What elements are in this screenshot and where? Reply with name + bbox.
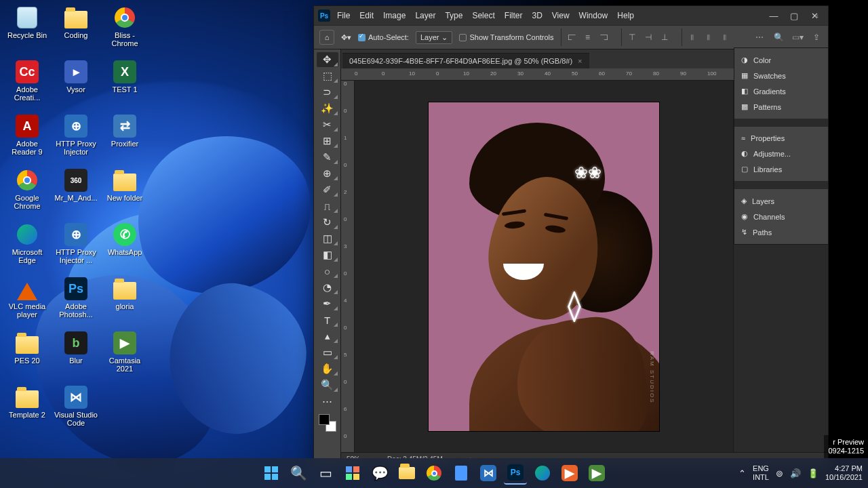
- align-center-h-icon[interactable]: ≡: [582, 31, 594, 43]
- align-top-icon[interactable]: ⊤: [626, 31, 638, 43]
- desktop-icon[interactable]: PES 20: [3, 328, 52, 382]
- desktop-icon[interactable]: Bliss - Chrome: [100, 3, 149, 57]
- menu-window[interactable]: Window: [579, 11, 608, 20]
- desktop-icon[interactable]: Recycle Bin: [3, 3, 52, 57]
- blur-tool[interactable]: ○: [317, 264, 338, 279]
- taskbar-vscode[interactable]: ⋈: [477, 462, 500, 485]
- desktop-icon[interactable]: Coding: [52, 3, 100, 57]
- task-view-button[interactable]: ▭: [314, 462, 337, 485]
- auto-select-checkbox[interactable]: Auto-Select:: [358, 33, 409, 41]
- widgets-button[interactable]: [341, 462, 364, 485]
- menu-filter[interactable]: Filter: [505, 11, 523, 20]
- desktop-icon[interactable]: PsAdobe Photosh...: [52, 274, 100, 328]
- desktop-icon[interactable]: VLC media player: [3, 274, 52, 328]
- lasso-tool[interactable]: ⊃: [317, 85, 338, 100]
- menu-help[interactable]: Help: [617, 11, 634, 20]
- menu-edit[interactable]: Edit: [359, 11, 374, 20]
- gradient-tool[interactable]: ◧: [317, 247, 338, 262]
- panel-paths[interactable]: ↯Paths: [734, 224, 828, 240]
- search-button[interactable]: 🔍: [287, 462, 310, 485]
- move-tool-icon[interactable]: ✥▾: [341, 33, 351, 42]
- volume-icon[interactable]: 🔊: [790, 468, 801, 479]
- hand-tool[interactable]: ✋: [317, 361, 338, 376]
- taskbar-edge[interactable]: [531, 462, 554, 485]
- share-icon[interactable]: ⇪: [810, 31, 823, 43]
- tray-chevron-icon[interactable]: ⌃: [738, 468, 746, 479]
- panel-adjustme[interactable]: ◐Adjustme...: [734, 146, 828, 161]
- desktop-icon[interactable]: gloria: [100, 274, 149, 328]
- language-indicator[interactable]: ENGINTL: [753, 464, 769, 482]
- desktop-icon[interactable]: ⊕HTTP Proxy Injector: [52, 111, 100, 165]
- color-swatch[interactable]: [319, 414, 336, 432]
- clock[interactable]: 4:27 PM10/16/2021: [825, 464, 863, 482]
- menu-view[interactable]: View: [552, 11, 570, 20]
- start-button[interactable]: [260, 462, 283, 485]
- panel-libraries[interactable]: ▢Libraries: [734, 161, 828, 177]
- align-center-v-icon[interactable]: ⊣: [642, 31, 654, 43]
- frame-tool[interactable]: ⊞: [317, 134, 338, 148]
- zoom-tool[interactable]: 🔍: [317, 378, 338, 392]
- desktop-icon[interactable]: ▶Camtasia 2021: [100, 328, 149, 382]
- menu-image[interactable]: Image: [383, 11, 406, 20]
- panel-channels[interactable]: ◉Channels: [734, 209, 828, 224]
- align-right-icon[interactable]: ⫎: [598, 31, 610, 43]
- maximize-button[interactable]: ▢: [785, 8, 804, 23]
- desktop-icon[interactable]: Microsoft Edge: [3, 220, 52, 274]
- desktop-icon[interactable]: Google Chrome: [3, 165, 52, 220]
- menu-file[interactable]: File: [337, 11, 350, 20]
- move-tool[interactable]: ✥: [317, 52, 338, 67]
- desktop-icon[interactable]: ⊕HTTP Proxy Injector ...: [52, 220, 100, 274]
- edit-toolbar[interactable]: ⋯: [317, 394, 338, 409]
- align-left-icon[interactable]: ⫍: [566, 31, 578, 43]
- rectangle-tool[interactable]: ▭: [317, 345, 338, 360]
- eraser-tool[interactable]: ◫: [317, 231, 338, 246]
- desktop-icon[interactable]: AAdobe Reader 9: [3, 111, 52, 165]
- desktop-icon[interactable]: ✆WhatsApp: [100, 220, 149, 274]
- auto-select-target-dropdown[interactable]: Layer⌄: [416, 31, 453, 44]
- quick-select-tool[interactable]: ✨: [317, 101, 338, 116]
- taskbar-photoshop[interactable]: Ps: [504, 462, 527, 485]
- search-icon[interactable]: 🔍: [772, 31, 785, 43]
- panel-swatches[interactable]: ▦Swatches: [734, 68, 828, 83]
- taskbar-camtasia[interactable]: ▶: [558, 462, 581, 485]
- desktop-icon[interactable]: 360Mr_M_And...: [52, 165, 100, 220]
- desktop-icon[interactable]: CcAdobe Creati...: [3, 57, 52, 111]
- workspace-switcher-icon[interactable]: ▭▾: [791, 31, 804, 43]
- clone-stamp-tool[interactable]: ⎍: [317, 199, 338, 214]
- history-brush-tool[interactable]: ↻: [317, 215, 338, 230]
- taskbar-camtasia-rec[interactable]: ▶: [585, 462, 608, 485]
- crop-tool[interactable]: ✂: [317, 117, 338, 132]
- path-select-tool[interactable]: ▴: [317, 329, 338, 344]
- panel-gradients[interactable]: ◧Gradients: [734, 83, 828, 99]
- desktop-icon[interactable]: ▸Vysor: [52, 57, 100, 111]
- battery-icon[interactable]: 🔋: [808, 468, 818, 479]
- taskbar-teams[interactable]: 💬: [368, 462, 391, 485]
- desktop-icon[interactable]: New folder: [100, 165, 149, 220]
- panel-color[interactable]: ◑Color: [734, 52, 828, 68]
- desktop-icon[interactable]: XTEST 1: [100, 57, 149, 111]
- vertical-ruler[interactable]: 0010203040506070: [341, 81, 355, 452]
- panel-properties[interactable]: ≈Properties: [734, 131, 828, 146]
- menu-type[interactable]: Type: [445, 11, 462, 20]
- desktop-icon[interactable]: Template 2: [3, 382, 52, 436]
- minimize-button[interactable]: —: [764, 8, 783, 23]
- desktop-icon[interactable]: bBlur: [52, 328, 100, 382]
- taskbar-app-blue[interactable]: [450, 462, 473, 485]
- desktop-icon[interactable]: ⋈Visual Studio Code: [52, 382, 100, 436]
- panel-layers[interactable]: ◈Layers: [734, 193, 828, 209]
- pen-tool[interactable]: ✒: [317, 296, 338, 311]
- type-tool[interactable]: T: [317, 312, 338, 327]
- dodge-tool[interactable]: ◔: [317, 280, 338, 295]
- home-button[interactable]: ⌂: [319, 30, 334, 45]
- eyedropper-tool[interactable]: ✎: [317, 150, 338, 165]
- panel-patterns[interactable]: ▩Patterns: [734, 99, 828, 115]
- distribute-bottom-icon[interactable]: ⫴: [719, 31, 731, 43]
- desktop-icon[interactable]: ⇄Proxifier: [100, 111, 149, 165]
- align-bottom-icon[interactable]: ⊥: [658, 31, 671, 43]
- document-tab[interactable]: 045E6942-939F-4B9E-8FF7-6F84D9AF86EE.jpg…: [342, 53, 589, 68]
- menu-3d[interactable]: 3D: [532, 11, 542, 20]
- distribute-center-icon[interactable]: ⫴: [703, 31, 715, 43]
- close-tab-icon[interactable]: ×: [578, 57, 582, 65]
- brush-tool[interactable]: ✐: [317, 182, 338, 197]
- menu-select[interactable]: Select: [472, 11, 494, 20]
